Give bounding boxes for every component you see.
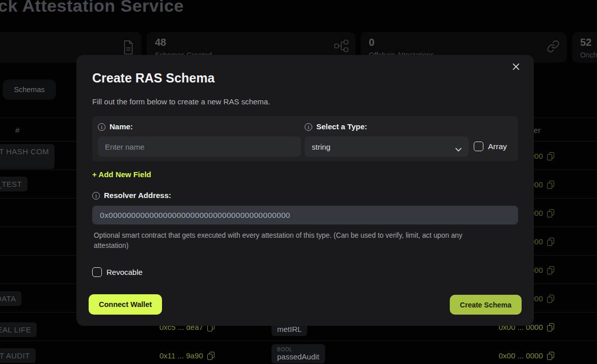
schema-uid-link[interactable]: 0x11 ... 9a90 (159, 351, 214, 360)
copy-icon[interactable] (547, 209, 554, 217)
array-checkbox[interactable] (474, 142, 483, 151)
info-icon (92, 192, 100, 200)
add-new-field-button[interactable]: + Add New Field (92, 170, 151, 179)
stat-card-onchain: 52 Onchain Attestations (572, 32, 597, 63)
type-select-value: string (312, 143, 331, 151)
schema-field-form: Name: Select a Type: string Array (92, 116, 518, 161)
stat-value: 48 (155, 37, 166, 48)
document-icon (122, 40, 134, 57)
info-icon (98, 123, 105, 131)
schema-name-badge: ACT AUDIT (0, 348, 36, 363)
connect-wallet-button[interactable]: Connect Wallet (89, 294, 162, 315)
resolver-address-label: Resolver Address: (92, 191, 171, 200)
schema-name-badge: E DATA (0, 291, 21, 306)
field-name-label: passedAudit (277, 352, 319, 361)
schema-name-badge: REAL LIFE (0, 322, 37, 337)
modal-subtitle: Fill out the form below to create a new … (92, 97, 270, 106)
revocable-label: Revocable (106, 268, 143, 276)
schema-name-badge: NT HASH COM (0, 144, 55, 169)
resolver-help-text: Optional smart contract that gets execut… (94, 231, 496, 251)
screen: ck Attestation Service 48 Schemas Create… (0, 0, 597, 364)
schema-field-badge: BOOL passedAudit (272, 344, 325, 363)
close-icon (511, 65, 521, 73)
link-icon (547, 40, 560, 55)
array-label: Array (488, 142, 507, 151)
copy-icon[interactable] (547, 352, 554, 359)
name-label: Name: (98, 122, 133, 131)
column-header-index: # (15, 126, 19, 134)
name-input[interactable] (98, 136, 301, 157)
copy-icon[interactable] (547, 323, 554, 331)
modal-title: Create RAS Schema (92, 71, 214, 86)
create-schema-modal: Create RAS Schema Fill out the form belo… (76, 55, 534, 326)
copy-icon[interactable] (547, 295, 554, 302)
page-title: ck Attestation Service (0, 0, 184, 16)
resolver-address-input[interactable] (92, 206, 518, 225)
tab-schemas[interactable]: Schemas (3, 79, 56, 100)
type-select[interactable]: string (305, 136, 469, 157)
type-label: Select a Type: (305, 122, 367, 131)
close-button[interactable] (510, 62, 522, 73)
revocable-checkbox[interactable] (92, 267, 102, 277)
resolver-address-link[interactable]: 0x00 ... 0000 (499, 351, 554, 360)
schema-name-badge: A_TEST (0, 177, 28, 191)
network-icon (334, 40, 348, 54)
field-type-label: BOOL (277, 347, 319, 352)
copy-icon[interactable] (547, 181, 554, 188)
stat-value: 52 (580, 37, 591, 48)
copy-icon[interactable] (547, 238, 554, 245)
copy-icon[interactable] (207, 352, 214, 359)
info-icon (305, 123, 312, 131)
create-schema-button[interactable]: Create Schema (450, 295, 522, 315)
copy-icon[interactable] (547, 266, 554, 274)
table-row[interactable]: ACT AUDIT 0x11 ... 9a90 BOOL passedAudit… (0, 341, 597, 364)
stat-label: Onchain Attestations (580, 51, 597, 59)
chevron-down-icon (455, 145, 462, 153)
stat-value: 0 (369, 37, 374, 48)
copy-icon[interactable] (547, 152, 554, 160)
